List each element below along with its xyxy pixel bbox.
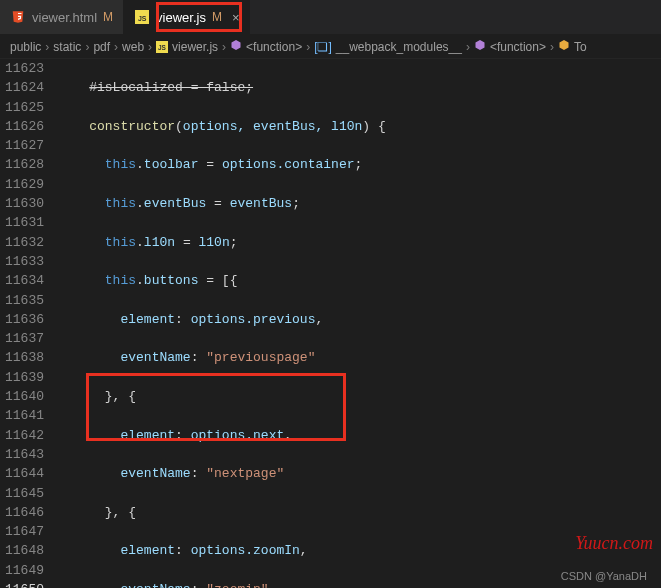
crumb-function-1[interactable]: <function> [230,39,302,54]
line-number: 11632 [0,233,44,252]
line-number: 11641 [0,406,44,425]
line-number: 11640 [0,387,44,406]
line-number: 11623 [0,59,44,78]
tab-viewer-html[interactable]: viewer.html M [0,0,124,34]
crumb-file[interactable]: JS viewer.js [156,40,218,54]
line-number: 11630 [0,194,44,213]
line-number-gutter: 1162311624116251162611627116281162911630… [0,59,58,587]
tab-label: viewer.js [156,10,206,25]
svg-text:JS: JS [158,44,167,51]
line-number: 11625 [0,98,44,117]
crumb-symbol-to[interactable]: To [558,39,587,54]
close-icon[interactable]: × [232,10,240,25]
line-number: 11634 [0,271,44,290]
js-icon: JS [156,41,168,53]
line-number: 11638 [0,348,44,367]
breadcrumb[interactable]: public› static› pdf› web› JS viewer.js ›… [0,35,661,59]
crumb-public[interactable]: public [10,40,41,54]
tab-label: viewer.html [32,10,97,25]
js-icon: JS [134,9,150,25]
line-number: 11628 [0,155,44,174]
tab-viewer-js[interactable]: JS viewer.js M × [124,0,250,34]
line-number: 11627 [0,136,44,155]
html-icon [10,9,26,25]
editor-tabs: viewer.html M JS viewer.js M × [0,0,661,35]
line-number: 11631 [0,213,44,232]
crumb-static[interactable]: static [53,40,81,54]
crumb-webpack-modules[interactable]: [❏] __webpack_modules__ [314,40,462,54]
cube-icon [230,39,242,54]
footer-attribution: CSDN @YanaDH [561,570,647,582]
line-number: 11626 [0,117,44,136]
line-number: 11643 [0,445,44,464]
line-number: 11649 [0,561,44,580]
tab-modified-badge: M [103,10,113,24]
crumb-function-2[interactable]: <function> [474,39,546,54]
line-number: 11646 [0,503,44,522]
line-number: 11636 [0,310,44,329]
line-number: 11645 [0,484,44,503]
line-number: 11637 [0,329,44,348]
line-number: 11642 [0,426,44,445]
line-number: 11639 [0,368,44,387]
cube-icon [474,39,486,54]
bracket-icon: [❏] [314,40,332,54]
line-number: 11635 [0,291,44,310]
line-number: 11633 [0,252,44,271]
line-number: 11629 [0,175,44,194]
crumb-pdf[interactable]: pdf [93,40,110,54]
code-editor[interactable]: 1162311624116251162611627116281162911630… [0,59,661,587]
tab-modified-badge: M [212,10,222,24]
code-content[interactable]: #isLocalized = false; constructor(option… [58,59,661,587]
line-number: 11647 [0,522,44,541]
line-number: 11624 [0,78,44,97]
line-number: 11650 [0,580,44,588]
cube-icon [558,39,570,54]
line-number: 11644 [0,464,44,483]
crumb-web[interactable]: web [122,40,144,54]
line-number: 11648 [0,541,44,560]
svg-text:JS: JS [138,15,147,22]
